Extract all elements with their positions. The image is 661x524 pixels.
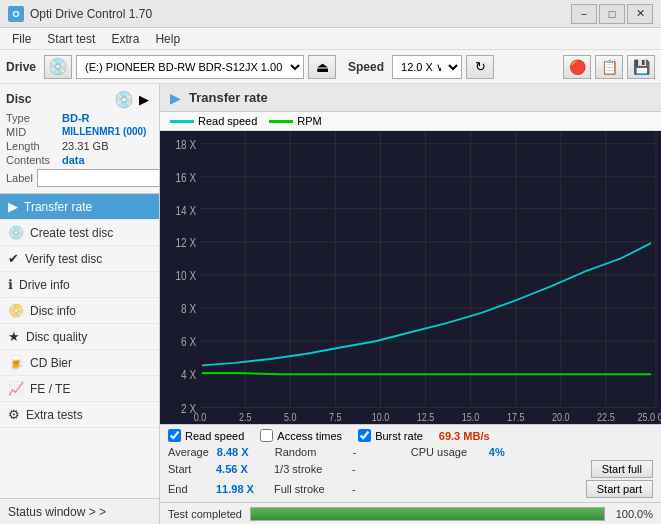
- disc-header: Disc 💿 ▶: [6, 90, 153, 108]
- nav-disc-info[interactable]: 📀 Disc info: [0, 298, 159, 324]
- nav-transfer-rate-label: Transfer rate: [24, 200, 92, 214]
- svg-text:4 X: 4 X: [181, 368, 196, 381]
- titlebar: O Opti Drive Control 1.70 − □ ✕: [0, 0, 661, 28]
- status-window-button[interactable]: Status window > >: [0, 498, 159, 524]
- drive-toolbar: Drive 💿 (E:) PIONEER BD-RW BDR-S12JX 1.0…: [0, 50, 661, 84]
- toolbar-action-btn2[interactable]: 📋: [595, 55, 623, 79]
- menu-start-test[interactable]: Start test: [39, 28, 103, 49]
- svg-text:12 X: 12 X: [175, 236, 196, 249]
- chart-header-icon: ▶: [170, 90, 181, 106]
- menu-help[interactable]: Help: [147, 28, 188, 49]
- full-stroke-value: -: [352, 483, 402, 495]
- read-speed-checkbox-input[interactable]: [168, 429, 181, 442]
- length-label: Length: [6, 140, 62, 152]
- nav-transfer-rate[interactable]: ▶ Transfer rate: [0, 194, 159, 220]
- label-input[interactable]: [37, 169, 160, 187]
- contents-value[interactable]: data: [62, 154, 85, 166]
- fe-te-icon: 📈: [8, 381, 24, 396]
- nav-cd-bier[interactable]: 🍺 CD Bier: [0, 350, 159, 376]
- svg-text:14 X: 14 X: [175, 204, 196, 217]
- eject-button[interactable]: ⏏: [308, 55, 336, 79]
- titlebar-left: O Opti Drive Control 1.70: [8, 6, 152, 22]
- mid-value: MILLENMR1 (000): [62, 126, 146, 138]
- transfer-rate-icon: ▶: [8, 199, 18, 214]
- nav-verify-test-disc[interactable]: ✔ Verify test disc: [0, 246, 159, 272]
- access-times-checkbox-input[interactable]: [260, 429, 273, 442]
- access-times-checkbox[interactable]: Access times: [260, 429, 342, 442]
- app-icon: O: [8, 6, 24, 22]
- extra-tests-icon: ⚙: [8, 407, 20, 422]
- menubar: File Start test Extra Help: [0, 28, 661, 50]
- svg-rect-0: [160, 131, 661, 424]
- nav-drive-info-label: Drive info: [19, 278, 70, 292]
- progress-label: 100.0%: [613, 508, 653, 520]
- start-full-button[interactable]: Start full: [591, 460, 653, 478]
- left-panel: Disc 💿 ▶ Type BD-R MID MILLENMR1 (000) L…: [0, 84, 160, 524]
- nav-create-test-disc-label: Create test disc: [30, 226, 113, 240]
- speed-refresh-button[interactable]: ↻: [466, 55, 494, 79]
- stroke13-value: -: [352, 463, 402, 475]
- stats-row-1: Average 8.48 X Random - CPU usage 4%: [168, 446, 653, 458]
- drive-icon-btn[interactable]: 💿: [44, 55, 72, 79]
- stats-row-3: End 11.98 X Full stroke - Start part: [168, 480, 653, 498]
- read-speed-checkbox-label: Read speed: [185, 430, 244, 442]
- svg-text:12.5: 12.5: [417, 411, 435, 423]
- disc-type-row: Type BD-R: [6, 112, 153, 124]
- close-button[interactable]: ✕: [627, 4, 653, 24]
- minimize-button[interactable]: −: [571, 4, 597, 24]
- stats-row-2: Start 4.56 X 1/3 stroke - Start full: [168, 460, 653, 478]
- toolbar-action-btn3[interactable]: 💾: [627, 55, 655, 79]
- svg-text:5.0: 5.0: [284, 411, 297, 423]
- read-speed-checkbox[interactable]: Read speed: [168, 429, 244, 442]
- progress-bar-fill: [251, 508, 604, 520]
- mid-label: MID: [6, 126, 62, 138]
- menu-file[interactable]: File: [4, 28, 39, 49]
- disc-quality-icon: ★: [8, 329, 20, 344]
- type-label: Type: [6, 112, 62, 124]
- svg-text:17.5: 17.5: [507, 411, 525, 423]
- progress-area: Test completed 100.0%: [160, 502, 661, 524]
- disc-section: Disc 💿 ▶ Type BD-R MID MILLENMR1 (000) L…: [0, 84, 159, 194]
- svg-text:18 X: 18 X: [175, 138, 196, 151]
- menu-extra[interactable]: Extra: [103, 28, 147, 49]
- type-value: BD-R: [62, 112, 90, 124]
- main-layout: Disc 💿 ▶ Type BD-R MID MILLENMR1 (000) L…: [0, 84, 661, 524]
- speed-select[interactable]: 12.0 X ∨: [392, 55, 462, 79]
- svg-text:2.5: 2.5: [239, 411, 252, 423]
- stats-checkboxes: Read speed Access times Burst rate 69.3 …: [168, 429, 653, 442]
- disc-icon-arrow[interactable]: ▶: [135, 90, 153, 108]
- average-value: 8.48 X: [217, 446, 267, 458]
- drive-info-icon: ℹ: [8, 277, 13, 292]
- legend-rpm-color: [269, 120, 293, 123]
- speed-label: Speed: [348, 60, 384, 74]
- app-title: Opti Drive Control 1.70: [30, 7, 152, 21]
- progress-bar-container: [250, 507, 605, 521]
- drive-select[interactable]: (E:) PIONEER BD-RW BDR-S12JX 1.00: [76, 55, 304, 79]
- legend-read-speed-label: Read speed: [198, 115, 257, 127]
- right-panel: ▶ Transfer rate Read speed RPM: [160, 84, 661, 524]
- burst-rate-checkbox[interactable]: Burst rate: [358, 429, 423, 442]
- nav-create-test-disc[interactable]: 💿 Create test disc: [0, 220, 159, 246]
- nav-drive-info[interactable]: ℹ Drive info: [0, 272, 159, 298]
- svg-text:7.5: 7.5: [329, 411, 342, 423]
- start-part-button[interactable]: Start part: [586, 480, 653, 498]
- nav-verify-test-disc-label: Verify test disc: [25, 252, 102, 266]
- nav-fe-te[interactable]: 📈 FE / TE: [0, 376, 159, 402]
- nav-extra-tests[interactable]: ⚙ Extra tests: [0, 402, 159, 428]
- average-label: Average: [168, 446, 209, 458]
- end-label: End: [168, 483, 208, 495]
- nav-disc-quality-label: Disc quality: [26, 330, 87, 344]
- burst-rate-checkbox-input[interactable]: [358, 429, 371, 442]
- nav-disc-quality[interactable]: ★ Disc quality: [0, 324, 159, 350]
- random-value: -: [353, 446, 403, 458]
- disc-title: Disc: [6, 92, 31, 106]
- svg-text:15.0: 15.0: [462, 411, 480, 423]
- maximize-button[interactable]: □: [599, 4, 625, 24]
- legend-read-speed: Read speed: [170, 115, 257, 127]
- toolbar-action-btn1[interactable]: 🔴: [563, 55, 591, 79]
- svg-text:8 X: 8 X: [181, 302, 196, 315]
- stats-rows: Average 8.48 X Random - CPU usage 4% Sta…: [168, 446, 653, 498]
- svg-text:10.0: 10.0: [372, 411, 390, 423]
- disc-icon-cd[interactable]: 💿: [115, 90, 133, 108]
- disc-mid-row: MID MILLENMR1 (000): [6, 126, 153, 138]
